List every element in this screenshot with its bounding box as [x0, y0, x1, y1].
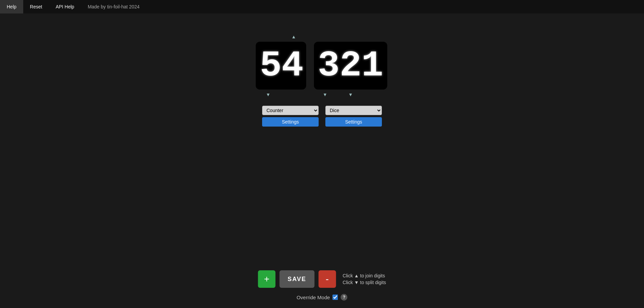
- display-area: ▲ 5 4 ▼: [256, 34, 388, 98]
- right-d2-down-arrow[interactable]: ▼: [347, 92, 354, 98]
- left-control-group: Counter Dice Timer Clock Settings: [262, 106, 319, 127]
- nav-help[interactable]: Help: [0, 0, 23, 13]
- plus-button[interactable]: +: [258, 270, 276, 288]
- hint-join: Click ▲ to join digits: [343, 273, 386, 278]
- left-arrow-top-row: ▲: [256, 34, 306, 40]
- nav-reset[interactable]: Reset: [23, 0, 49, 13]
- left-segment-display: 5 4: [256, 42, 306, 90]
- left-d1-down-arrow[interactable]: ▼: [264, 92, 272, 98]
- left-digit-2: 4: [282, 45, 302, 86]
- right-control-group: Counter Dice Timer Clock Settings: [325, 106, 382, 127]
- left-arrow-bottom-row: ▼: [256, 92, 306, 98]
- navbar: Help Reset API Help Made by tin-foil-hat…: [0, 0, 644, 13]
- main-content: ▲ 5 4 ▼: [0, 13, 644, 127]
- hint-split: Click ▼ to split digits: [343, 280, 386, 285]
- right-d1-down-arrow[interactable]: ▼: [321, 92, 329, 98]
- right-digit-3: 1: [361, 45, 383, 86]
- right-digit-group: 3 2 1 ▼ ▼: [313, 34, 388, 98]
- right-arrow-bottom-row: ▼ ▼: [313, 92, 388, 98]
- nav-api-help[interactable]: API Help: [49, 0, 81, 13]
- left-mode-select[interactable]: Counter Dice Timer Clock: [262, 106, 319, 115]
- right-digit-1: 3: [318, 45, 338, 86]
- left-d2-up-arrow[interactable]: ▲: [290, 34, 297, 40]
- right-segment-display: 3 2 1: [314, 42, 387, 90]
- right-arrow-top-row: [313, 34, 388, 40]
- right-digit-2: 2: [339, 45, 360, 86]
- bottom-bar: + SAVE - Click ▲ to join digits Click ▼ …: [258, 270, 386, 288]
- controls-row: Counter Dice Timer Clock Settings Counte…: [262, 106, 382, 127]
- right-settings-button[interactable]: Settings: [325, 117, 382, 127]
- right-mode-select[interactable]: Counter Dice Timer Clock: [325, 106, 382, 115]
- left-digit-group: ▲ 5 4 ▼: [256, 34, 306, 98]
- override-label: Override Mode: [296, 295, 330, 300]
- nav-credit: Made by tin-foil-hat 2024: [81, 4, 146, 9]
- hint-text: Click ▲ to join digits Click ▼ to split …: [343, 273, 386, 285]
- save-button[interactable]: SAVE: [280, 270, 315, 288]
- left-settings-button[interactable]: Settings: [262, 117, 319, 127]
- override-help-button[interactable]: ?: [341, 294, 348, 301]
- minus-button[interactable]: -: [318, 270, 336, 288]
- override-checkbox[interactable]: [333, 295, 338, 300]
- left-digit-1: 5: [260, 45, 280, 86]
- override-row: Override Mode ?: [296, 294, 347, 301]
